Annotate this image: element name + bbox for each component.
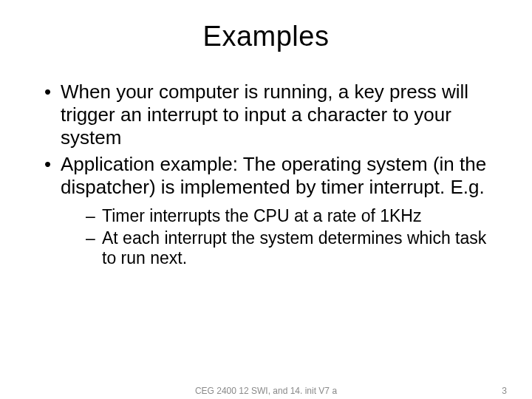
bullet-list: When your computer is running, a key pre… bbox=[41, 81, 491, 269]
sub-list-item: At each interrupt the system determines … bbox=[84, 228, 491, 269]
sub-list-item: Timer interrupts the CPU at a rate of 1K… bbox=[84, 206, 491, 227]
page-number: 3 bbox=[502, 386, 507, 396]
sub-bullet-list: Timer interrupts the CPU at a rate of 1K… bbox=[61, 206, 491, 269]
footer-text: CEG 2400 12 SWI, and 14. init V7 a bbox=[195, 386, 337, 396]
slide-title: Examples bbox=[41, 21, 491, 52]
sub-list-item-text: At each interrupt the system determines … bbox=[102, 228, 486, 268]
sub-list-item-text: Timer interrupts the CPU at a rate of 1K… bbox=[102, 206, 421, 225]
list-item: When your computer is running, a key pre… bbox=[41, 81, 491, 150]
slide: Examples When your computer is running, … bbox=[0, 0, 532, 399]
list-item-text: When your computer is running, a key pre… bbox=[61, 81, 468, 149]
list-item: Application example: The operating syste… bbox=[41, 153, 491, 269]
list-item-text: Application example: The operating syste… bbox=[61, 153, 486, 198]
